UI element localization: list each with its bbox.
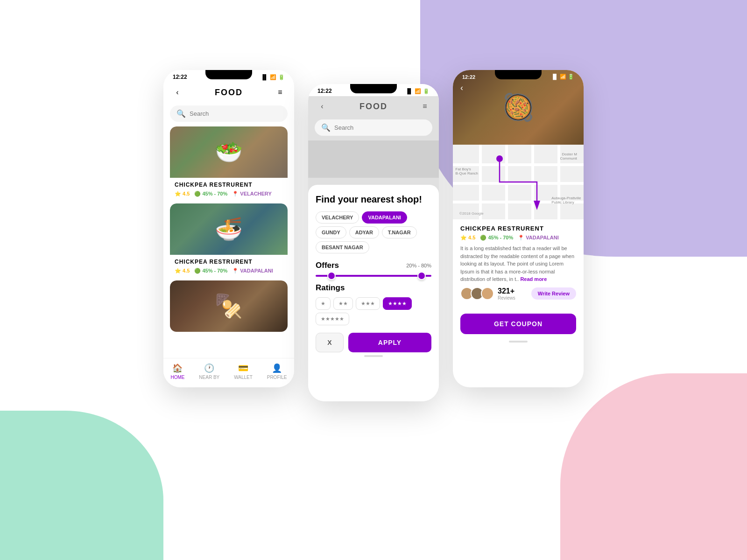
time-1: 12:22 — [173, 74, 187, 80]
chip-tnagar[interactable]: T.NAGAR — [382, 226, 417, 238]
notch-1 — [205, 70, 252, 79]
nav-wallet-label: WALLET — [234, 375, 253, 380]
hero-food-image: 12:22 ▐▌ 📶 🔋 ‹ — [453, 70, 584, 145]
status-icons-2: ▐▌ 📶 🔋 — [405, 88, 430, 94]
nav-profile[interactable]: 👤 PROFILE — [267, 363, 287, 380]
offers-section: Offers 20% - 80% — [316, 261, 431, 277]
map-label-1: Fat Boy'sB-Que Ranch — [456, 167, 478, 175]
time-3: 12:22 — [462, 74, 475, 80]
rest-meta: ⭐ 4.5 🟢 45% - 70% 📍 VADAPALANI — [460, 235, 576, 241]
battery-icon-2: 🔋 — [423, 88, 430, 94]
apply-button[interactable]: APPLY — [348, 333, 431, 352]
get-coupon-button[interactable]: GET COUPON — [460, 314, 576, 334]
back-button-1[interactable]: ‹ — [172, 87, 183, 98]
filter-sheet: Find your nearest shop! VELACHERY VADAPA… — [308, 185, 439, 401]
phone-2: 12:22 ▐▌ 📶 🔋 ‹ FOOD ≡ 🔍 — [308, 84, 439, 401]
review-label: Reviews — [498, 295, 515, 301]
star-option-5[interactable]: ★★★★★ — [316, 313, 349, 325]
wifi-icon: 📶 — [270, 74, 276, 80]
map-label-2: Doster MCommunit — [560, 152, 577, 161]
wifi-icon-2: 📶 — [415, 88, 421, 94]
wifi-icon-3: 📶 — [560, 74, 566, 79]
chip-velachery[interactable]: VELACHERY — [316, 211, 359, 224]
food-info-2: CHICKPEA RESTRURENT ⭐ 4.5 🟢 45% - 70% 📍 … — [170, 255, 288, 278]
svg-point-0 — [496, 155, 503, 162]
range-thumb-right[interactable] — [417, 272, 426, 280]
map-label-3: Autauga-PrattvillePublic Library — [551, 196, 581, 204]
chip-gundy[interactable]: GUNDY — [316, 226, 346, 238]
chip-vadapalani[interactable]: VADAPALANI — [362, 211, 407, 224]
search-input-2[interactable] — [334, 124, 426, 131]
profile-icon: 👤 — [272, 363, 282, 373]
star-option-1[interactable]: ★ — [316, 297, 331, 310]
rest-location: 📍 VADAPALANI — [518, 235, 559, 241]
restaurant-description: It is a long established fact that a rea… — [460, 245, 576, 283]
restaurant-name: CHICKPEA RESTRURENT — [460, 225, 576, 232]
app-title-1: FOOD — [215, 88, 243, 98]
location-1: 📍 VELACHERY — [232, 191, 272, 197]
rest-rating: ⭐ 4.5 — [460, 235, 475, 241]
svg-marker-1 — [534, 201, 540, 210]
write-review-button[interactable]: Write Review — [531, 287, 576, 300]
notch-2 — [350, 84, 397, 93]
location-2: 📍 VADAPALANI — [232, 268, 273, 274]
map-section: Fat Boy'sB-Que Ranch Doster MCommunit Au… — [453, 145, 584, 219]
chip-besant[interactable]: BESANT NAGAR — [316, 241, 369, 253]
food-card-3[interactable] — [170, 280, 288, 332]
food-card-2[interactable]: CHICKPEA RESTRURENT ⭐ 4.5 🟢 45% - 70% 📍 … — [170, 203, 288, 278]
food-meta-2: ⭐ 4.5 🟢 45% - 70% 📍 VADAPALANI — [175, 268, 283, 274]
filter-button-1[interactable]: ≡ — [275, 87, 286, 98]
status-icons-3: ▐▌ 📶 🔋 — [551, 74, 574, 80]
home-icon: 🏠 — [172, 363, 183, 373]
review-count-block: 321+ Reviews — [498, 287, 515, 301]
phone-3: 12:22 ▐▌ 📶 🔋 ‹ — [453, 70, 584, 387]
map-attribution: ©2018 Google — [459, 211, 484, 216]
scroll-indicator-3 — [509, 341, 528, 343]
search-icon-1: 🔍 — [176, 109, 186, 118]
discount-2: 🟢 45% - 70% — [194, 268, 227, 274]
app-header-1: ‹ FOOD ≡ — [163, 82, 294, 103]
avatar-3 — [481, 287, 494, 300]
status-icons-1: ▐▌ 📶 🔋 — [261, 74, 285, 80]
rating-1: ⭐ 4.5 — [175, 191, 190, 197]
filter-button-2[interactable]: ≡ — [419, 101, 430, 112]
star-options: ★ ★★ ★★★ ★★★★ ★★★★★ — [316, 297, 431, 325]
nav-home-label: HOME — [170, 375, 184, 380]
back-button-3[interactable]: ‹ — [460, 83, 463, 93]
app-title-2: FOOD — [359, 102, 388, 112]
offers-range: 20% - 80% — [406, 263, 431, 268]
reviewer-avatars — [460, 287, 491, 300]
map-background: Fat Boy'sB-Que Ranch Doster MCommunit Au… — [453, 145, 584, 219]
nav-wallet[interactable]: 💳 WALLET — [234, 363, 253, 380]
food-info-1: CHICKPEA RESTRURENT ⭐ 4.5 🟢 45% - 70% 📍 … — [170, 178, 288, 201]
star-option-2[interactable]: ★★ — [333, 297, 353, 310]
food-image-2 — [170, 203, 288, 255]
cancel-button[interactable]: X — [316, 333, 344, 352]
hero-area: 12:22 ▐▌ 📶 🔋 ‹ — [453, 70, 584, 219]
nav-nearby[interactable]: 🕐 NEAR BY — [199, 363, 219, 380]
chip-adyar[interactable]: ADYAR — [349, 226, 379, 238]
search-bar-1[interactable]: 🔍 — [170, 105, 288, 122]
rating-2: ⭐ 4.5 — [175, 268, 190, 274]
search-bar-2[interactable]: 🔍 — [315, 119, 432, 136]
range-slider[interactable] — [316, 275, 431, 277]
ratings-section: Ratings ★ ★★ ★★★ ★★★★ ★★★★★ — [316, 283, 431, 325]
discount-1: 🟢 45% - 70% — [194, 191, 227, 197]
star-option-3[interactable]: ★★★ — [356, 297, 380, 310]
scroll-indicator-2 — [364, 355, 383, 357]
filter-actions: X APPLY — [316, 333, 431, 352]
back-button-2[interactable]: ‹ — [317, 101, 328, 112]
notch-3 — [495, 70, 542, 79]
nav-nearby-label: NEAR BY — [199, 375, 219, 380]
nav-home[interactable]: 🏠 HOME — [170, 363, 184, 380]
read-more-link[interactable]: Read more — [520, 276, 547, 282]
wallet-icon: 💳 — [238, 363, 248, 373]
star-option-4[interactable]: ★★★★ — [383, 297, 412, 310]
phone-2-content: ‹ FOOD ≡ 🔍 Find your nearest shop! VELAC… — [308, 96, 439, 401]
search-input-1[interactable] — [190, 110, 281, 117]
restaurant-detail: CHICKPEA RESTRURENT ⭐ 4.5 🟢 45% - 70% 📍 … — [453, 219, 584, 310]
food-card-1[interactable]: CHICKPEA RESTRURENT ⭐ 4.5 🟢 45% - 70% 📍 … — [170, 126, 288, 201]
offers-header: Offers 20% - 80% — [316, 261, 431, 270]
range-thumb-left[interactable] — [327, 272, 336, 280]
search-icon-2: 🔍 — [321, 123, 331, 132]
